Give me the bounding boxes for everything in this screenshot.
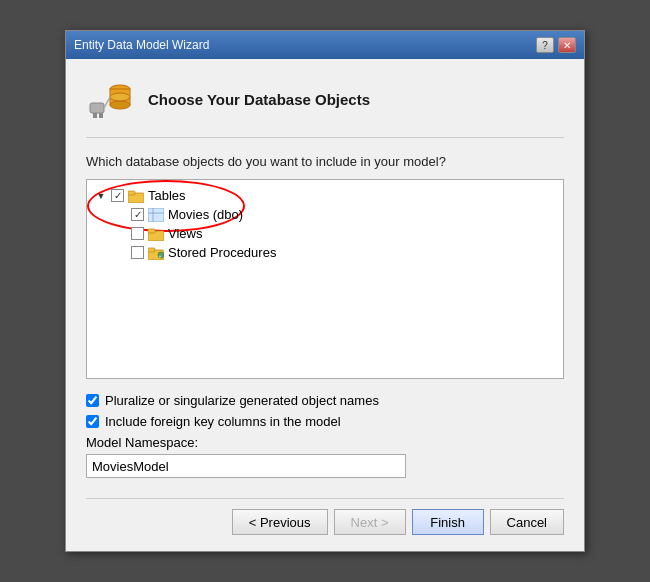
tree-panel[interactable]: ▼ Tables ▶ xyxy=(86,179,564,379)
close-button[interactable]: ✕ xyxy=(558,37,576,53)
option1-label: Pluralize or singularize generated objec… xyxy=(105,393,379,408)
option2-checkbox[interactable] xyxy=(86,415,99,428)
option1-checkbox[interactable] xyxy=(86,394,99,407)
tree-item-movies[interactable]: ▶ Movies (dbo) xyxy=(115,205,555,224)
checkbox-views[interactable] xyxy=(131,227,144,240)
folder-icon-tables xyxy=(128,189,144,203)
views-label: Views xyxy=(168,226,202,241)
option1-row: Pluralize or singularize generated objec… xyxy=(86,393,564,408)
option2-label: Include foreign key columns in the model xyxy=(105,414,341,429)
tree-item-tables[interactable]: ▼ Tables xyxy=(95,186,555,205)
svg-rect-14 xyxy=(148,229,155,233)
checkbox-stored-procs[interactable] xyxy=(131,246,144,259)
svg-rect-16 xyxy=(148,248,155,252)
svg-point-5 xyxy=(110,101,130,109)
checkbox-tables[interactable] xyxy=(111,189,124,202)
svg-line-7 xyxy=(104,97,110,108)
checkbox-movies[interactable] xyxy=(131,208,144,221)
previous-button[interactable]: < Previous xyxy=(232,509,328,535)
movies-label: Movies (dbo) xyxy=(168,207,243,222)
table-icon-movies xyxy=(148,208,164,222)
main-window: Entity Data Model Wizard ? ✕ xyxy=(65,30,585,552)
option2-row: Include foreign key columns in the model xyxy=(86,414,564,429)
svg-rect-2 xyxy=(99,113,103,118)
svg-rect-1 xyxy=(93,113,97,118)
finish-button[interactable]: Finish xyxy=(412,509,484,535)
svg-text:+: + xyxy=(159,253,162,259)
folder-icon-stored-procs: + xyxy=(148,246,164,260)
tree-item-views[interactable]: ▶ Views xyxy=(115,224,555,243)
tables-label: Tables xyxy=(148,188,186,203)
tree-container: ▼ Tables ▶ xyxy=(95,186,555,262)
namespace-label: Model Namespace: xyxy=(86,435,564,450)
question-text: Which database objects do you want to in… xyxy=(86,154,564,169)
window-title: Entity Data Model Wizard xyxy=(74,38,209,52)
svg-point-6 xyxy=(110,93,130,101)
svg-rect-10 xyxy=(148,208,164,222)
stored-procs-label: Stored Procedures xyxy=(168,245,276,260)
title-bar: Entity Data Model Wizard ? ✕ xyxy=(66,31,584,59)
svg-rect-9 xyxy=(128,191,135,195)
button-row: < Previous Next > Finish Cancel xyxy=(86,498,564,535)
namespace-input[interactable] xyxy=(86,454,406,478)
help-button[interactable]: ? xyxy=(536,37,554,53)
tree-item-stored-procs[interactable]: ▶ + Stored Procedures xyxy=(115,243,555,262)
header-section: Choose Your Database Objects xyxy=(86,75,564,138)
folder-icon-views xyxy=(148,227,164,241)
next-button[interactable]: Next > xyxy=(334,509,406,535)
cancel-button[interactable]: Cancel xyxy=(490,509,564,535)
dialog-content: Choose Your Database Objects Which datab… xyxy=(66,59,584,551)
database-icon xyxy=(86,75,134,123)
header-title: Choose Your Database Objects xyxy=(148,91,370,108)
svg-rect-0 xyxy=(90,103,104,113)
expand-icon[interactable]: ▼ xyxy=(95,190,107,202)
